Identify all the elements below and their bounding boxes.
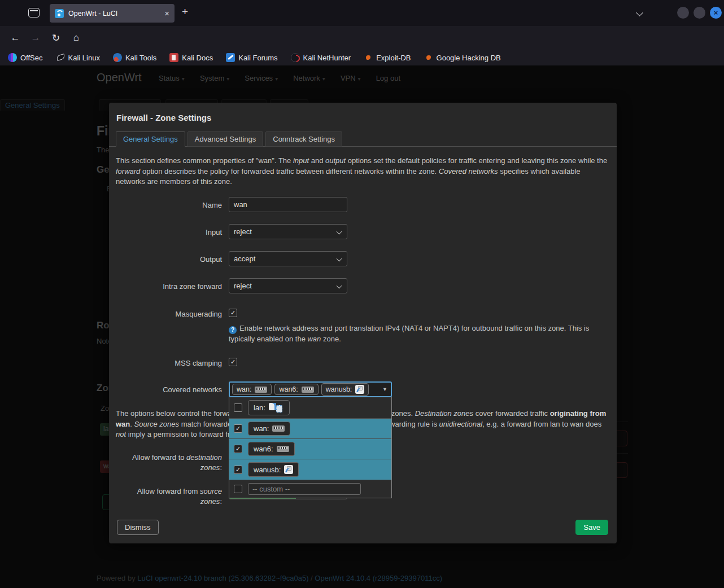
- eth-interface-icon: [302, 387, 314, 393]
- dropdown-option-wan6[interactable]: ✓wan6:: [229, 439, 391, 459]
- browser-window: OpenWrt - LuCI × + × ← → ↻ ⌂ 192.168.1.1…: [0, 0, 724, 588]
- covered-token-wan6[interactable]: wan6:: [274, 384, 318, 395]
- reload-button[interactable]: ↻: [47, 26, 64, 50]
- input-label: Input: [116, 227, 222, 238]
- modal-tabs: General SettingsAdvanced SettingsConntra…: [116, 131, 344, 147]
- bookmark-offsec[interactable]: OffSec: [8, 53, 43, 62]
- bookmark-edb[interactable]: Exploit-DB: [364, 53, 411, 62]
- custom-checkbox[interactable]: [234, 485, 242, 493]
- save-button[interactable]: Save: [575, 520, 608, 535]
- usb-interface-icon: [284, 465, 293, 474]
- option-checkbox[interactable]: [234, 403, 242, 412]
- tab-title: OpenWrt - LuCI: [68, 10, 161, 17]
- lan-interface-icon: [269, 403, 284, 413]
- option-checkbox[interactable]: ✓: [234, 424, 242, 433]
- masquerading-label: Masquerading: [116, 309, 222, 319]
- bookmark-tools[interactable]: Kali Tools: [113, 53, 156, 62]
- option-token-wanusb[interactable]: wanusb:: [248, 462, 299, 477]
- dropdown-option-wanusb[interactable]: ✓wanusb:: [229, 459, 391, 480]
- bookmark-ghdb[interactable]: Google Hacking DB: [424, 53, 501, 62]
- modal-tab-conntrack-settings[interactable]: Conntrack Settings: [265, 131, 342, 147]
- eth-interface-icon: [272, 425, 285, 432]
- home-button[interactable]: ⌂: [68, 26, 85, 50]
- forums-icon: [226, 53, 235, 62]
- name-input[interactable]: wan: [229, 197, 347, 212]
- option-token-lan[interactable]: lan:: [248, 400, 290, 415]
- tab-close-icon[interactable]: ×: [164, 8, 169, 18]
- browser-tab[interactable]: OpenWrt - LuCI ×: [50, 4, 175, 23]
- docs-icon: [169, 53, 178, 62]
- edb-icon: [364, 53, 373, 62]
- output-value: accept: [234, 254, 255, 263]
- allow-forward-from-label: Allow forward from source zones:: [116, 486, 222, 507]
- modal-tab-general-settings[interactable]: General Settings: [116, 131, 185, 147]
- usb-interface-icon: [355, 385, 364, 394]
- masquerading-help: ?Enable network address and port transla…: [229, 323, 595, 345]
- input-select[interactable]: reject: [229, 224, 347, 239]
- covered-networks-multiselect[interactable]: wan:wan6:wanusb:▼: [229, 381, 392, 397]
- intra-zone-forward-label: Intra zone forward: [116, 282, 222, 292]
- openwrt-favicon-icon: [55, 9, 64, 18]
- modal-tab-advanced-settings[interactable]: Advanced Settings: [187, 131, 263, 147]
- option-checkbox[interactable]: ✓: [234, 445, 242, 453]
- output-label: Output: [116, 254, 222, 265]
- dismiss-button[interactable]: Dismiss: [117, 520, 159, 535]
- window-minimize-button[interactable]: [677, 7, 689, 19]
- dropdown-custom-row: [229, 480, 391, 498]
- covered-token-wan[interactable]: wan:: [232, 384, 272, 395]
- covered-networks-dropdown: lan:✓wan:✓wan6:✓wanusb:: [229, 397, 392, 498]
- mss-clamping-checkbox[interactable]: ✓: [229, 358, 237, 366]
- bookmark-forums[interactable]: Kali Forums: [226, 53, 277, 62]
- option-checkbox[interactable]: ✓: [234, 466, 242, 474]
- ghdb-icon: [424, 53, 433, 62]
- firefox-view-icon[interactable]: [28, 8, 40, 17]
- bookmark-kali[interactable]: Kali Linux: [56, 53, 100, 62]
- covered-networks-label: Covered networks: [116, 385, 222, 395]
- custom-network-input[interactable]: [248, 483, 361, 495]
- tools-icon: [113, 53, 122, 62]
- input-value: reject: [234, 227, 252, 236]
- window-maximize-button[interactable]: [694, 7, 705, 19]
- bookmark-docs[interactable]: Kali Docs: [169, 53, 213, 62]
- bookmark-nethunter[interactable]: Kali NetHunter: [291, 53, 351, 62]
- browser-toolbar: ← → ↻ ⌂ 192.168.1.1/cgi-bin/luci/admin/n…: [0, 26, 724, 50]
- masquerading-checkbox[interactable]: ✓: [229, 309, 237, 317]
- browser-titlebar: OpenWrt - LuCI × + ×: [0, 0, 724, 26]
- chevron-down-icon: [337, 283, 342, 289]
- back-button[interactable]: ←: [7, 26, 24, 50]
- kali-icon: [56, 53, 65, 62]
- nethunter-icon: [291, 53, 300, 62]
- list-tabs-chevron-icon[interactable]: [636, 9, 643, 16]
- modal-title: Firewall - Zone Settings: [116, 113, 211, 122]
- allow-forward-to-label: Allow forward to destination zones:: [116, 453, 222, 473]
- covered-token-wanusb[interactable]: wanusb:: [321, 383, 369, 396]
- chevron-down-icon: [337, 256, 342, 262]
- zone-description: This section defines common properties o…: [116, 156, 610, 187]
- intra-value: reject: [234, 282, 252, 290]
- dropdown-arrow-icon[interactable]: ▼: [382, 387, 389, 392]
- chevron-down-icon: [337, 229, 342, 235]
- option-token-wan[interactable]: wan:: [248, 422, 290, 436]
- eth-interface-icon: [255, 387, 267, 393]
- window-close-button[interactable]: ×: [710, 7, 722, 19]
- offsec-icon: [8, 53, 17, 62]
- intra-zone-forward-select[interactable]: reject: [229, 278, 347, 293]
- name-label: Name: [116, 200, 222, 210]
- output-select[interactable]: accept: [229, 251, 347, 266]
- name-value: wan: [234, 200, 247, 209]
- new-tab-button[interactable]: +: [182, 6, 188, 18]
- help-icon: ?: [229, 326, 237, 334]
- dropdown-option-wan[interactable]: ✓wan:: [229, 419, 391, 439]
- zone-settings-modal: Firewall - Zone Settings General Setting…: [109, 103, 617, 543]
- option-token-wan6[interactable]: wan6:: [248, 442, 295, 456]
- dropdown-option-lan[interactable]: lan:: [229, 397, 391, 419]
- eth-interface-icon: [277, 446, 289, 452]
- forward-button[interactable]: →: [27, 26, 44, 50]
- mss-clamping-label: MSS clamping: [116, 358, 222, 368]
- bookmarks-bar: OffSecKali LinuxKali ToolsKali DocsKali …: [0, 50, 724, 65]
